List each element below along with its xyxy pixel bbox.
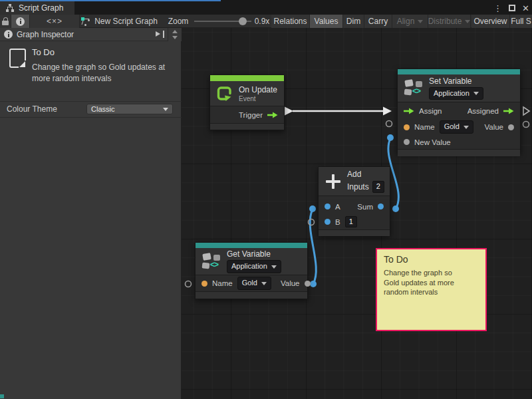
object-port-icon[interactable] [404,139,410,145]
node-footer [398,149,520,156]
carry-button[interactable]: Carry [364,15,392,28]
set-name-input-port[interactable] [386,121,392,127]
b-value-field[interactable]: 1 [345,216,357,227]
info-icon [4,30,13,39]
variable-scope-dropdown[interactable]: Application [429,87,483,100]
scroll-down-icon [172,36,178,39]
graph-canvas[interactable]: On Update Event Trigger <> Set Variable [182,28,532,399]
object-port-icon[interactable] [305,281,311,287]
add-icon [325,173,342,190]
inputs-count-field[interactable]: 2 [372,181,384,192]
graph-summary-block: To Do Change the graph so Gold updates a… [0,42,182,100]
variable-name-dropdown[interactable]: Gold [237,277,271,289]
value-wire-get-to-add[interactable] [310,209,316,284]
graph-tab-icon [5,4,15,13]
new-value-row[interactable]: New Value [398,135,520,149]
b-label: B [335,218,340,226]
variables-icon: <> [201,253,221,271]
number-port-icon[interactable] [325,203,331,209]
new-script-graph-label: New Script Graph [94,17,158,26]
scroll-up-icon [172,30,178,33]
zoom-slider-handle[interactable] [239,17,247,25]
colour-theme-select[interactable]: Classic [86,104,173,114]
relations-button[interactable]: Relations [271,15,310,28]
a-sum-row[interactable]: A Sum [319,199,390,214]
breakpoints-button[interactable]: <×> [30,15,80,28]
get-value-output-port[interactable] [310,281,317,287]
variable-scope-dropdown[interactable]: Application [227,260,281,273]
add-sum-output-port[interactable] [392,205,399,212]
assigned-label: Assigned [467,107,499,115]
node-set-variable[interactable]: <> Set Variable Application Assign Assig… [397,68,521,154]
colour-theme-label: Colour Theme [7,104,57,114]
node-on-update[interactable]: On Update Event Trigger [209,74,285,130]
maximize-icon[interactable] [509,5,515,11]
panel-scroll-spinner[interactable] [168,28,182,41]
zoom-slider[interactable] [194,15,251,28]
align-dropdown[interactable]: Align [392,15,428,28]
variable-accent-bar [196,243,307,248]
distribute-dropdown[interactable]: Distribute [428,15,471,28]
window-menu-icon[interactable]: ⋮ [493,3,502,13]
fullscreen-button[interactable]: Full S [510,15,532,28]
chevron-down-icon [261,282,267,285]
variable-accent-bar [398,69,520,74]
panel-toggle-icon[interactable] [156,31,164,38]
new-script-graph-button[interactable]: New Script Graph [80,15,158,28]
assign-label: Assign [419,107,442,115]
string-port-icon[interactable] [404,124,410,130]
chevron-down-icon [465,20,470,23]
sticky-note-icon [9,49,26,68]
name-label: Name [414,123,435,131]
assign-row[interactable]: Assign Assigned [398,102,520,119]
colour-theme-row: Colour Theme Classic [0,102,182,116]
value-label: Value [281,279,300,287]
node-subtitle: Event [239,95,277,102]
zoom-value: 0.9x [253,15,271,28]
dim-button[interactable]: Dim [343,15,364,28]
node-footer [210,123,284,130]
chevron-down-icon [418,20,423,23]
set-value-output-port[interactable] [523,122,529,128]
a-label: A [335,203,340,211]
add-a-input-port[interactable] [309,205,316,212]
assigned-output-port[interactable] [523,107,529,115]
node-title: Add [347,170,384,179]
tab-script-graph[interactable]: Script Graph [0,1,74,15]
trigger-label: Trigger [239,111,263,119]
inspector-toggle-button[interactable] [11,15,30,28]
overview-button[interactable]: Overview [471,15,510,28]
get-name-input-port[interactable] [186,281,192,287]
trigger-row[interactable]: Trigger [210,106,284,123]
variables-icon: <> [404,79,424,97]
string-port-icon[interactable] [201,281,207,287]
set-newvalue-input-port[interactable] [387,134,394,141]
node-title: Set Variable [429,76,483,86]
tab-title: Script Graph [19,3,63,13]
flow-arrow-icon [404,108,414,114]
graph-note-description: Change the graph so Gold updates at more… [32,62,177,84]
number-port-icon[interactable] [325,219,331,225]
node-add[interactable]: Add Inputs 2 A Sum B 1 [318,166,390,236]
variable-name-dropdown[interactable]: Gold [440,120,473,133]
values-button[interactable]: Values [310,15,343,28]
name-value-row[interactable]: Name Gold Value [196,275,307,291]
add-b-input-port[interactable] [309,219,315,225]
number-port-icon[interactable] [378,203,384,209]
close-icon[interactable]: ✕ [522,3,529,13]
object-port-icon[interactable] [508,124,514,130]
sticky-note[interactable]: To Do Change the graph so Gold updates a… [376,248,487,331]
name-row[interactable]: Name Gold Value [398,119,520,135]
chevron-down-icon [473,92,479,95]
node-title: On Update [239,85,277,94]
flow-arrow-icon [503,108,514,114]
assign-input-port[interactable] [383,107,392,116]
divider [0,117,182,118]
trigger-output-port[interactable] [285,107,293,116]
chevron-down-icon [464,126,469,129]
node-get-variable[interactable]: <> Get Variable Application Name Gold Va… [195,242,308,299]
chevron-down-icon [163,108,168,111]
node-header: <> Get Variable Application [196,248,307,275]
lock-button[interactable] [0,15,11,28]
b-row[interactable]: B 1 [319,214,390,229]
